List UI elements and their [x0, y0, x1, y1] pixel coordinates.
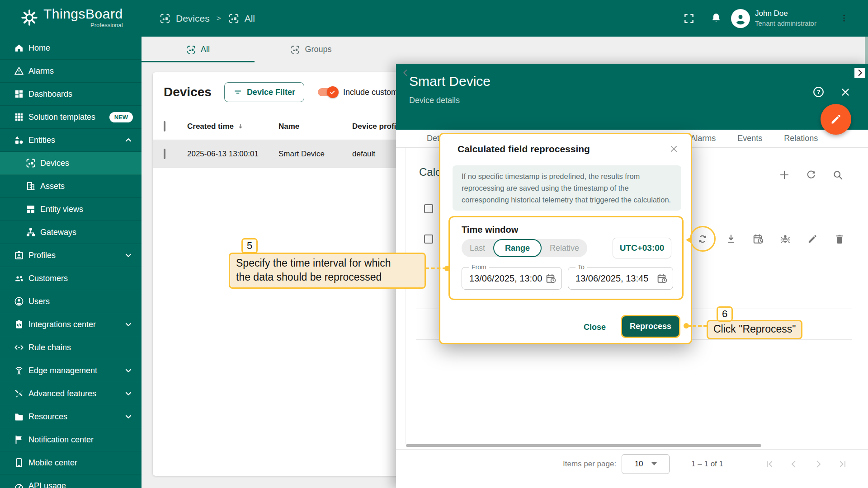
first-page-icon[interactable] [764, 459, 775, 469]
mode-range[interactable]: Range [493, 239, 542, 257]
events-calendar-icon[interactable] [752, 233, 764, 245]
edit-pencil-icon[interactable] [807, 233, 818, 245]
sidebar-item-devices[interactable]: Devices [0, 152, 142, 175]
tab-groups[interactable]: Groups [255, 37, 368, 62]
tab-all[interactable]: All [142, 37, 255, 62]
user-name: John Doe [755, 9, 834, 19]
sidebar-item-integrations-center[interactable]: Integrations center [0, 313, 142, 336]
last-page-icon[interactable] [837, 459, 848, 469]
advanced-icon [14, 388, 24, 399]
paginator: Items per page: 10 1 – 1 of 1 [396, 449, 868, 478]
refresh-icon[interactable] [805, 169, 817, 181]
mode-relative[interactable]: Relative [542, 239, 587, 257]
calendar-icon[interactable] [656, 273, 668, 284]
dialog-close-icon[interactable] [669, 144, 679, 154]
select-all-checkbox[interactable] [164, 121, 165, 131]
customers-icon [14, 273, 24, 284]
drawer-close-icon[interactable] [840, 87, 851, 98]
sidebar-item-dashboards[interactable]: Dashboards [0, 83, 142, 106]
sidebar-item-mobile-center[interactable]: Mobile center [0, 451, 142, 474]
user-role: Tenant administrator [755, 19, 834, 28]
integrations-icon [14, 319, 24, 330]
sidebar-item-customers[interactable]: Customers [0, 267, 142, 290]
fullscreen-icon[interactable] [683, 13, 695, 24]
drawer-tab-relations[interactable]: Relations [773, 130, 829, 147]
notifications-bell-icon[interactable] [710, 12, 722, 24]
breadcrumb-devices[interactable]: Devices [176, 13, 210, 24]
to-datetime-field[interactable]: To 13/06/2025, 13:45 [568, 267, 673, 290]
row-checkbox[interactable] [164, 149, 165, 159]
sidebar-item-gateways[interactable]: Gateways [0, 221, 142, 244]
step-6-badge: 6 [717, 306, 733, 322]
dialog-info-text: If no specific timestamp is predefined, … [453, 165, 681, 211]
close-button[interactable]: Close [584, 323, 606, 332]
tabs-scroll-left-icon[interactable] [401, 68, 410, 78]
sidebar-item-label: Mobile center [28, 458, 77, 468]
sidebar-item-api-usage[interactable]: API usage [0, 474, 142, 488]
sidebar-item-entities[interactable]: Entities [0, 129, 142, 152]
sidebar-item-solution-templates[interactable]: Solution templatesNEW [0, 106, 142, 129]
user-menu-icon[interactable] [839, 13, 849, 23]
chevron-down-icon [123, 319, 133, 329]
edit-fab-button[interactable] [821, 104, 851, 135]
sidebar-item-entity-views[interactable]: Entity views [0, 198, 142, 221]
step-6-connector [687, 325, 707, 327]
sidebar-item-edge-management[interactable]: Edge management [0, 359, 142, 382]
sidebar-item-label: Alarms [28, 66, 54, 76]
chevron-left-icon[interactable] [788, 459, 799, 469]
sort-arrow-icon [236, 122, 245, 131]
sidebar-item-users[interactable]: Users [0, 290, 142, 313]
tabs-scroll-right-icon[interactable] [854, 68, 865, 78]
cf-select-all-checkbox[interactable] [424, 204, 433, 213]
search-icon[interactable] [832, 169, 844, 181]
sidebar-item-alarms[interactable]: Alarms [0, 60, 142, 83]
column-name[interactable]: Name [278, 122, 299, 131]
chevron-right-icon[interactable] [813, 459, 824, 469]
app-logo[interactable]: ThingsBoard Professional [20, 6, 123, 28]
horizontal-scrollbar[interactable] [406, 444, 761, 447]
column-created-time[interactable]: Created time [187, 122, 245, 131]
mode-last[interactable]: Last [462, 239, 493, 257]
items-per-page-select[interactable]: 10 [622, 454, 670, 474]
devices-icon [290, 45, 300, 55]
cell-profile: default [352, 150, 375, 159]
sidebar-item-home[interactable]: Home [0, 37, 142, 60]
help-icon[interactable]: ? [812, 86, 825, 98]
paginator-controls [750, 459, 848, 469]
sidebar-item-label: Rule chains [28, 343, 71, 352]
sidebar-item-profiles[interactable]: Profiles [0, 244, 142, 267]
sidebar-item-rule-chains[interactable]: Rule chains [0, 336, 142, 359]
timezone-button[interactable]: UTC+03:00 [613, 238, 671, 258]
device-filter-button[interactable]: Device Filter [224, 82, 304, 102]
add-icon[interactable] [778, 169, 790, 181]
step-6-callout: Click "Reprocess" [707, 320, 802, 339]
rule-chains-icon [14, 342, 24, 353]
export-download-icon[interactable] [725, 233, 737, 245]
sidebar-item-label: Assets [40, 182, 65, 191]
breadcrumb-separator: > [217, 14, 221, 23]
chevron-down-icon [123, 412, 133, 422]
users-icon [14, 296, 24, 307]
avatar[interactable] [731, 9, 750, 28]
sidebar-item-resources[interactable]: Resources [0, 405, 142, 428]
cf-row-checkbox[interactable] [424, 235, 433, 244]
include-customers-toggle[interactable] [318, 88, 337, 96]
sidebar-item-label: Home [28, 43, 50, 53]
calendar-icon[interactable] [545, 273, 557, 284]
step-5-connector [425, 267, 446, 269]
cell-created-time: 2025-06-13 13:00:01 [187, 150, 259, 159]
sidebar-item-label: API usage [28, 481, 66, 488]
reprocess-button[interactable]: Reprocess [622, 316, 679, 337]
sidebar-item-assets[interactable]: Assets [0, 175, 142, 198]
home-icon [14, 42, 24, 53]
devices-icon [228, 13, 240, 24]
sidebar-item-notification-center[interactable]: Notification center [0, 428, 142, 451]
from-datetime-field[interactable]: From 13/06/2025, 13:00 [462, 267, 562, 290]
delete-trash-icon[interactable] [834, 233, 845, 245]
column-device-profile[interactable]: Device profile [352, 122, 403, 131]
drawer-tab-events[interactable]: Events [726, 130, 773, 147]
sidebar-item-advanced-features[interactable]: Advanced features [0, 382, 142, 405]
breadcrumb-all[interactable]: All [245, 13, 255, 24]
sidebar-item-label: Entity views [40, 205, 83, 214]
debug-bug-icon[interactable] [779, 233, 791, 245]
